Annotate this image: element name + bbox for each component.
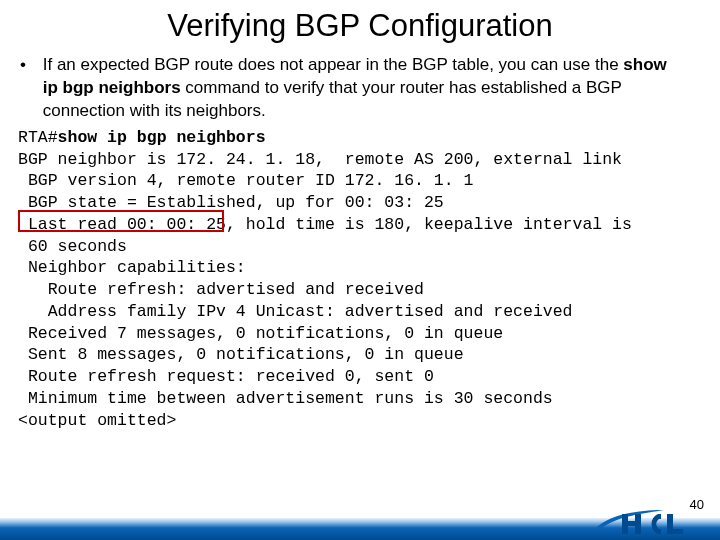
bullet-text: If an expected BGP route does not appear… <box>43 54 683 123</box>
hcl-logo <box>592 506 702 536</box>
code-line-3: BGP state = Established, up for 00: 03: … <box>18 193 444 212</box>
code-prompt: RTA# <box>18 128 58 147</box>
bullet-part1: If an expected BGP route does not appear… <box>43 55 624 74</box>
code-line-10: Sent 8 messages, 0 notifications, 0 in q… <box>18 345 464 364</box>
code-line-4: Last read 00: 00: 25, hold time is 180, … <box>18 215 632 234</box>
slide: Verifying BGP Configuration • If an expe… <box>0 0 720 540</box>
code-cmd: show ip bgp neighbors <box>58 128 266 147</box>
code-line-9: Received 7 messages, 0 notifications, 0 … <box>18 324 503 343</box>
code-line-11: Route refresh request: received 0, sent … <box>18 367 434 386</box>
code-line-12: Minimum time between advertisement runs … <box>18 389 553 408</box>
code-line-5: 60 seconds <box>18 237 127 256</box>
code-line-7: Route refresh: advertised and received <box>18 280 424 299</box>
code-line-8: Address family IPv 4 Unicast: advertised… <box>18 302 573 321</box>
code-line-1: BGP neighbor is 172. 24. 1. 18, remote A… <box>18 150 622 169</box>
code-line-13: <output omitted> <box>18 411 176 430</box>
body-bullet: • If an expected BGP route does not appe… <box>0 48 720 125</box>
bullet-dot: • <box>20 54 38 77</box>
code-line-6: Neighbor capabilities: <box>18 258 246 277</box>
code-line-2: BGP version 4, remote router ID 172. 16.… <box>18 171 473 190</box>
slide-title: Verifying BGP Configuration <box>0 0 720 48</box>
code-block: RTA#show ip bgp neighbors BGP neighbor i… <box>0 125 720 475</box>
